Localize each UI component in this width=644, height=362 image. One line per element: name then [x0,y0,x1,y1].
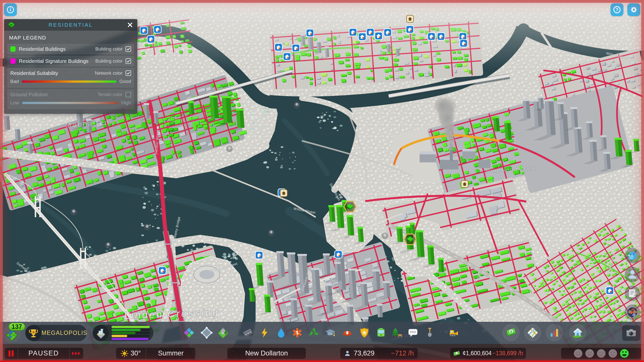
legend-row-label: Residential Buildings [19,46,95,52]
legend-header[interactable]: RESIDENTIAL [4,19,137,31]
progress-track [111,335,150,337]
close-icon[interactable] [126,21,134,29]
population-value: 73,629 [354,349,375,357]
toolbar-economy-icon[interactable]: ¢ [503,324,519,341]
city-progress-bars [109,326,153,340]
toolbar-water-sewage-icon[interactable] [273,324,289,341]
toolbar-zones-icon[interactable] [181,324,197,341]
toolbar-garbage-icon[interactable] [305,324,322,341]
season-label: Summer [146,349,195,357]
panel-title: RESIDENTIAL [15,22,126,28]
progress-fill-xp [111,326,150,328]
city-progress-widget[interactable] [93,325,153,341]
toolbar-transportation-icon[interactable] [373,324,389,341]
milestone-name: MEGALOPOLIS [42,330,91,336]
legend-checkbox[interactable] [126,92,131,97]
legend-checkbox[interactable] [126,70,131,76]
toolbar-electricity-icon[interactable] [256,324,273,341]
time-controls: PAUSED [5,348,83,359]
toolbar-communications-icon[interactable] [405,324,421,341]
city-name: New Dollarton [245,349,288,357]
legend-row: Residential Suitability Network color Ba… [8,68,134,87]
journal-button[interactable] [625,286,640,301]
city-progress-icon [93,325,109,341]
legend-row-label: Ground Pollution [10,92,98,98]
citizen-panel-button[interactable] [625,267,640,282]
progress-track [111,326,150,328]
toolbar-signature-buildings-icon[interactable] [215,324,231,341]
toolbar-statistics-icon[interactable] [546,324,563,341]
happiness-box[interactable] [561,348,641,359]
happiness-face-neutral [596,348,606,358]
toolbar-parks-recreation-icon[interactable] [389,324,405,341]
population-box[interactable]: 73,629 −712 /h [340,348,418,359]
legend-row-label: Residential Signature Buildings [19,58,95,64]
status-bar: PAUSED 30° Summer New Dollarton 73,629 −… [0,344,644,362]
toolbar-info-views-icon[interactable] [569,324,586,341]
milestone-widget[interactable]: MEGALOPOLIS [25,325,87,341]
legend-checkbox[interactable] [126,46,131,52]
legend-gradient-bar [22,102,118,104]
toolbar-police-icon[interactable] [356,324,373,341]
population-icon [344,350,351,357]
main-toolbar: 137 MEGALOPOLIS ¢ [0,322,644,344]
level-badge: 137 [9,323,25,331]
weather-widget: 30° Summer [116,348,195,359]
info-button[interactable] [4,3,17,16]
toolbar-map-overlays-icon[interactable] [524,324,541,341]
settings-button[interactable] [627,3,640,16]
money-box[interactable]: ¢1,600,604 −138,699 /h [450,348,526,359]
toolbar-bulldozer-icon[interactable] [446,324,462,341]
progress-fill-residential [111,329,141,331]
progress-track [111,332,150,334]
scale-right-label: High [121,100,131,106]
toolbar-roads-icon[interactable] [239,324,256,341]
trophy-icon [25,325,42,341]
legend-row-label: Residential Suitability [10,70,95,76]
money-rate: −138,699 /h [492,350,523,357]
legend-type-label: Terrain color [98,92,123,97]
pause-button[interactable] [5,350,18,357]
progress-fill-industrial [111,335,127,337]
toolbar-fire-rescue-icon[interactable] [339,324,355,341]
game-viewport[interactable]: Daffodil StreetEvergreen StreetEmerson H… [0,0,644,362]
legend-type-label: Network color [95,71,123,76]
toolbar-education-icon[interactable] [322,324,338,341]
chirper-button[interactable] [625,248,640,263]
toolbar-healthcare-icon[interactable] [289,324,305,341]
legend-gradient-bar [22,80,116,83]
legend-type-label: Building color [95,47,123,52]
xp-level-widget[interactable]: 137 [3,323,24,343]
progress-fill-office [111,338,149,340]
scale-right-label: Good [119,79,131,84]
sun-icon [121,350,128,357]
happiness-face-happy [619,348,629,358]
happiness-face-sad [585,348,595,358]
help-button[interactable]: ? [611,3,623,16]
toolbar-terraforming-icon[interactable] [421,324,437,341]
legend-checkbox[interactable] [126,58,131,64]
happiness-face-terrible [573,348,583,358]
money-value: ¢1,600,604 [463,350,492,357]
temperature: 30° [116,349,146,357]
progress-track [111,338,150,340]
svg-text:?: ? [616,7,618,12]
map-legend-heading: MAP LEGEND [9,35,134,41]
legend-row: Residential Signature Buildings Building… [8,56,134,66]
speed-button[interactable] [70,351,83,356]
city-name-box[interactable]: New Dollarton [227,348,306,359]
photo-mode-button[interactable] [622,325,640,341]
legend-swatch [10,46,16,52]
legend-body: MAP LEGEND Residential Buildings Buildin… [4,31,137,114]
population-rate: −712 /h [391,349,414,357]
money-icon [453,350,460,357]
radio-button[interactable] [625,304,640,320]
happiness-face-content [608,348,618,358]
toolbar-districts-icon[interactable] [198,324,215,341]
scale-left-label: Bad [10,79,19,84]
progress-track [111,329,150,331]
residential-infoview-panel: RESIDENTIAL MAP LEGEND Residential Build… [4,19,137,114]
scale-left-label: Low [10,100,19,106]
legend-row: Ground Pollution Terrain color Low High [8,89,134,109]
legend-row: Residential Buildings Building color [8,44,134,54]
